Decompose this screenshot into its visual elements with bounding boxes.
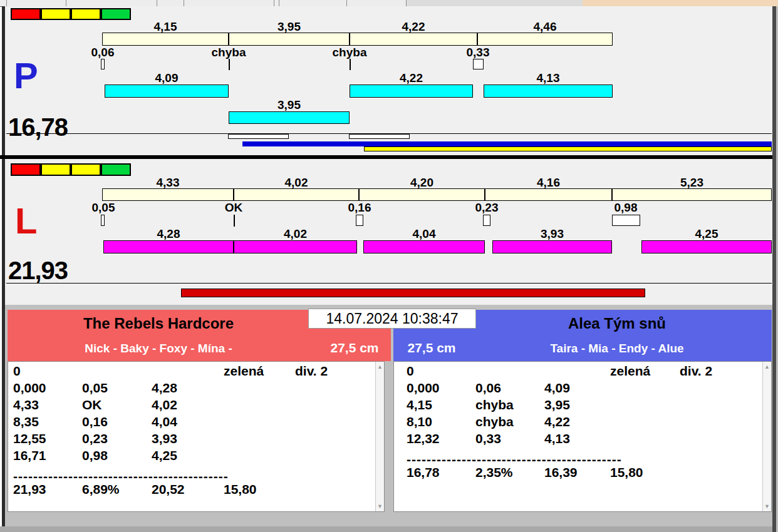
- split-time-label: 4,02: [285, 176, 308, 188]
- table-cell: 16,71: [13, 449, 46, 462]
- table-cell: 0,23: [82, 432, 108, 445]
- status-light: [41, 163, 71, 176]
- table-cell: 8,10: [407, 415, 432, 428]
- split-segment: [485, 188, 612, 201]
- table-cell: 4,13: [544, 432, 570, 445]
- split-time-label: 3,95: [277, 21, 301, 33]
- pass-marker-box: [483, 215, 490, 226]
- table-cell: 4,09: [544, 381, 570, 394]
- dog-time-label: 3,93: [541, 228, 564, 240]
- table-cell: 15,80: [610, 466, 643, 479]
- table-cell: 6,89%: [82, 483, 120, 496]
- split-segment: [350, 33, 477, 46]
- split-time-label: 4,15: [154, 21, 177, 33]
- lane-baseline: [6, 283, 772, 284]
- dog-time-bar: [105, 84, 229, 98]
- progress-stripe: [228, 134, 289, 139]
- progress-stripe: [349, 134, 410, 139]
- right-table-scrollbar[interactable]: ▲ ▼: [762, 362, 771, 511]
- split-time-label: 4,46: [534, 21, 557, 33]
- table-cell: 12,32: [407, 432, 440, 445]
- lane-separator: [0, 155, 775, 159]
- lane-L-total-time: 21,93: [8, 258, 68, 283]
- lane-P-total-time: 16,78: [8, 115, 68, 140]
- pass-time-label: 0,06: [91, 46, 115, 58]
- table-cell: zelená: [610, 364, 650, 377]
- split-time-label: 4,22: [402, 21, 425, 33]
- table-cell: 12,55: [13, 432, 46, 445]
- status-light: [11, 8, 41, 20]
- table-cell: zelená: [224, 364, 264, 377]
- table-cell: 15,80: [224, 483, 257, 496]
- pass-marker-box: [101, 59, 105, 69]
- scroll-down-icon[interactable]: ▼: [376, 502, 384, 511]
- split-time-label: 5,23: [680, 176, 703, 188]
- results-table-left[interactable]: 0zelenádiv. 20,0000,054,284,33OK4,028,35…: [8, 361, 385, 512]
- pass-time-label: 0,05: [92, 202, 115, 213]
- pass-time-label: OK: [225, 202, 243, 213]
- table-cell: 0: [407, 364, 414, 377]
- progress-stripe: [181, 289, 645, 297]
- table-cell: 4,15: [407, 398, 432, 411]
- split-segment: [102, 188, 234, 201]
- dog-time-bar: [229, 111, 350, 124]
- table-cell: 4,22: [544, 415, 570, 428]
- table-cell: 4,25: [152, 449, 177, 462]
- status-light: [71, 8, 101, 20]
- table-cell: 0,000: [407, 381, 440, 394]
- table-cell: 3,95: [544, 398, 570, 411]
- pass-marker-box: [101, 215, 105, 226]
- status-light: [41, 8, 71, 20]
- lane-L-label: L: [15, 203, 37, 239]
- pass-time-label: chyba: [212, 46, 246, 58]
- team-left-jump-height: 27,5 cm: [330, 340, 378, 356]
- table-cell: 0,98: [82, 449, 108, 462]
- scroll-down-icon[interactable]: ▼: [763, 502, 771, 511]
- scroll-up-icon[interactable]: ▲: [376, 362, 384, 371]
- table-cell: OK: [82, 398, 102, 411]
- status-light: [101, 163, 131, 176]
- table-cell: 20,52: [152, 483, 185, 496]
- pass-tick: [350, 59, 351, 70]
- team-left-name: The Rebels Hardcore: [83, 315, 234, 332]
- pass-marker-box: [356, 215, 363, 226]
- scroll-up-icon[interactable]: ▲: [763, 362, 771, 371]
- split-segment: [359, 188, 485, 201]
- split-segment: [229, 33, 350, 46]
- dog-time-label: 4,09: [155, 72, 179, 84]
- table-cell: 21,93: [13, 483, 46, 496]
- team-left-members: Nick - Baky - Foxy - Mína -: [85, 342, 232, 356]
- split-segment: [102, 33, 229, 46]
- table-cell: 3,93: [152, 432, 177, 445]
- table-cell: 2,35%: [475, 466, 513, 479]
- dog-time-bar: [103, 240, 234, 253]
- table-cell: 4,28: [152, 381, 177, 394]
- split-segment: [612, 188, 772, 201]
- pass-time-label: 0,33: [467, 46, 490, 58]
- pass-time-label: chyba: [333, 46, 367, 58]
- datetime-display: 14.07.2024 10:38:47: [308, 309, 476, 329]
- status-light: [101, 8, 131, 20]
- dog-time-label: 4,02: [284, 228, 307, 240]
- team-right-jump-height: 27,5 cm: [407, 340, 455, 356]
- table-divider-row: ----------------------------------------…: [13, 469, 229, 483]
- table-cell: div. 2: [295, 364, 328, 377]
- pass-marker-box: [473, 59, 484, 69]
- dog-time-bar: [350, 84, 473, 98]
- table-cell: 4,04: [152, 415, 177, 428]
- dog-time-bar: [641, 240, 772, 253]
- dog-time-bar: [492, 240, 612, 253]
- split-time-label: 4,33: [157, 176, 180, 188]
- progress-stripe: [242, 141, 772, 146]
- table-cell: 0,06: [475, 381, 501, 394]
- status-light: [71, 163, 101, 176]
- pass-tick: [234, 215, 235, 227]
- lane-P-label: P: [14, 58, 38, 94]
- results-table-right[interactable]: 0zelenádiv. 20,0000,064,094,15chyba3,958…: [393, 361, 772, 512]
- table-divider-row: ----------------------------------------…: [407, 453, 622, 466]
- window-bottom-bar: [0, 526, 778, 532]
- status-light: [11, 163, 41, 176]
- table-cell: div. 2: [680, 364, 712, 377]
- left-table-scrollbar[interactable]: ▲ ▼: [375, 362, 384, 511]
- timing-app-window: P16,784,153,954,224,460,06chybachyba0,33…: [0, 0, 778, 532]
